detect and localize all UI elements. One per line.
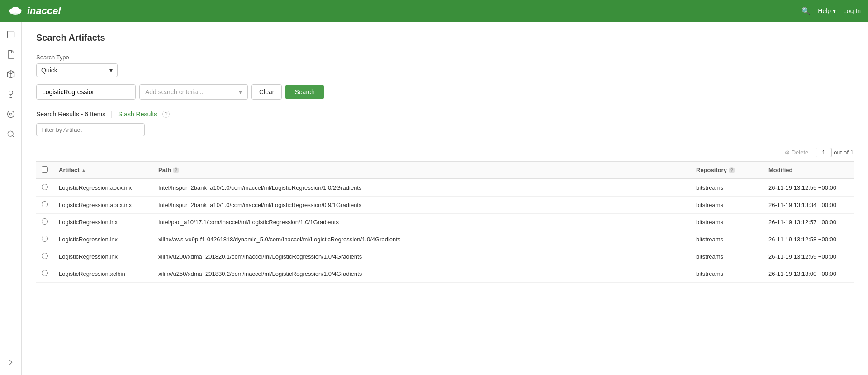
pagination-bar: ⊗ Delete out of 1 xyxy=(36,144,854,162)
row-path: xilinx/u200/xdma_201820.1/com/inaccel/ml… xyxy=(153,248,691,265)
row-repository: bitstreams xyxy=(691,214,763,231)
chevron-down-icon: ▾ xyxy=(109,67,113,74)
page-title: Search Artifacts xyxy=(36,33,854,43)
row-radio[interactable] xyxy=(42,270,48,276)
topnav: inaccel 🔍 Help ▾ Log In xyxy=(0,0,868,22)
topnav-right: 🔍 Help ▾ Log In xyxy=(802,7,861,15)
sidebar-item-search[interactable] xyxy=(2,125,20,143)
row-radio-cell[interactable] xyxy=(36,197,53,214)
row-repository: bitstreams xyxy=(691,231,763,248)
row-artifact: LogisticRegression.inx xyxy=(53,231,153,248)
row-path: xilinx/aws-vu9p-f1-04261818/dynamic_5.0/… xyxy=(153,231,691,248)
row-artifact: LogisticRegression.inx xyxy=(53,214,153,231)
page-number-input[interactable] xyxy=(816,148,832,157)
row-radio[interactable] xyxy=(42,218,48,225)
sidebar-item-circle[interactable] xyxy=(2,105,20,123)
row-radio-cell[interactable] xyxy=(36,231,53,248)
search-type-label: Search Type xyxy=(36,54,854,61)
sidebar-item-file[interactable] xyxy=(2,45,20,63)
search-type-value: Quick xyxy=(41,67,57,74)
sidebar-item-lightbulb[interactable] xyxy=(2,85,20,103)
path-info-icon[interactable]: ? xyxy=(173,167,179,173)
delete-icon: ⊗ xyxy=(785,149,790,156)
table-body: LogisticRegression.aocx.inx Intel/Inspur… xyxy=(36,179,854,283)
row-path: Intel/Inspur_2bank_a10/1.0/com/inaccel/m… xyxy=(153,179,691,197)
search-button[interactable]: Search xyxy=(285,85,323,99)
help-button[interactable]: Help ▾ xyxy=(818,7,836,14)
row-artifact: LogisticRegression.xclbin xyxy=(53,265,153,283)
lightbulb-icon xyxy=(6,90,15,99)
row-radio-cell[interactable] xyxy=(36,214,53,231)
row-radio[interactable] xyxy=(42,253,48,259)
chevron-down-icon: ▾ xyxy=(833,7,836,14)
svg-rect-4 xyxy=(7,31,14,38)
search-row: Add search criteria... ▾ Clear Search xyxy=(36,84,854,100)
th-select xyxy=(36,162,53,179)
svg-point-5 xyxy=(9,91,12,95)
login-button[interactable]: Log In xyxy=(843,7,861,14)
box-icon xyxy=(6,30,15,39)
table-row: LogisticRegression.inx Intel/pac_a10/17.… xyxy=(36,214,854,231)
row-radio[interactable] xyxy=(42,184,48,190)
circle-icon xyxy=(6,110,15,119)
row-radio-cell[interactable] xyxy=(36,265,53,283)
sort-asc-icon: ▲ xyxy=(81,168,86,173)
file-icon xyxy=(6,50,15,59)
topnav-left: inaccel xyxy=(7,3,61,19)
main-content: Search Artifacts Search Type Quick ▾ Add… xyxy=(22,22,868,375)
svg-point-8 xyxy=(8,131,13,136)
sidebar-item-expand[interactable] xyxy=(2,353,20,371)
results-header: Search Results - 6 Items | Stash Results… xyxy=(36,111,854,118)
th-artifact[interactable]: Artifact ▲ xyxy=(53,162,153,179)
search-icon-top[interactable]: 🔍 xyxy=(802,7,811,15)
results-table: Artifact ▲ Path ? Repository ? xyxy=(36,162,854,283)
sidebar xyxy=(0,22,22,375)
row-radio-cell[interactable] xyxy=(36,248,53,265)
row-repository: bitstreams xyxy=(691,179,763,197)
row-modified: 26-11-19 13:12:59 +00:00 xyxy=(763,248,854,265)
results-divider: | xyxy=(111,111,113,118)
row-path: Intel/Inspur_2bank_a10/1.0/com/inaccel/m… xyxy=(153,197,691,214)
select-all-checkbox[interactable] xyxy=(42,166,48,173)
svg-point-6 xyxy=(7,111,14,118)
svg-point-7 xyxy=(9,113,12,115)
search-type-select[interactable]: Quick ▾ xyxy=(36,63,118,77)
row-artifact: LogisticRegression.inx xyxy=(53,248,153,265)
add-criteria-placeholder: Add search criteria... xyxy=(145,88,203,96)
row-modified: 26-11-19 13:13:34 +00:00 xyxy=(763,197,854,214)
row-artifact: LogisticRegression.aocx.inx xyxy=(53,179,153,197)
clear-button[interactable]: Clear xyxy=(251,84,282,100)
row-modified: 26-11-19 13:12:55 +00:00 xyxy=(763,179,854,197)
row-modified: 26-11-19 13:12:57 +00:00 xyxy=(763,214,854,231)
search-sidebar-icon xyxy=(6,130,15,139)
filter-by-artifact-input[interactable] xyxy=(36,123,145,136)
row-repository: bitstreams xyxy=(691,265,763,283)
page-info: out of 1 xyxy=(816,148,854,157)
sidebar-item-package[interactable] xyxy=(2,65,20,83)
stash-results-link[interactable]: Stash Results xyxy=(118,111,157,118)
search-input[interactable] xyxy=(36,84,136,100)
svg-point-3 xyxy=(11,7,19,13)
table-row: LogisticRegression.xclbin xilinx/u250/xd… xyxy=(36,265,854,283)
row-radio[interactable] xyxy=(42,201,48,207)
table-header: Artifact ▲ Path ? Repository ? xyxy=(36,162,854,179)
row-radio[interactable] xyxy=(42,236,48,242)
delete-button[interactable]: ⊗ Delete xyxy=(781,147,812,158)
expand-icon xyxy=(6,358,15,367)
search-panel: Search Type Quick ▾ Add search criteria.… xyxy=(36,54,854,283)
row-radio-cell[interactable] xyxy=(36,179,53,197)
row-path: Intel/pac_a10/17.1/com/inaccel/ml/Logist… xyxy=(153,214,691,231)
sidebar-item-box[interactable] xyxy=(2,25,20,43)
add-criteria-dropdown[interactable]: Add search criteria... ▾ xyxy=(139,84,248,100)
repo-info-icon[interactable]: ? xyxy=(729,167,735,173)
package-icon xyxy=(6,70,15,79)
table-row: LogisticRegression.inx xilinx/aws-vu9p-f… xyxy=(36,231,854,248)
th-repository: Repository ? xyxy=(691,162,763,179)
row-modified: 26-11-19 13:13:00 +00:00 xyxy=(763,265,854,283)
help-icon[interactable]: ? xyxy=(162,111,170,118)
logo-icon xyxy=(7,3,24,19)
table-row: LogisticRegression.inx xilinx/u200/xdma_… xyxy=(36,248,854,265)
row-path: xilinx/u250/xdma_201830.2/com/inaccel/ml… xyxy=(153,265,691,283)
th-path: Path ? xyxy=(153,162,691,179)
row-repository: bitstreams xyxy=(691,248,763,265)
